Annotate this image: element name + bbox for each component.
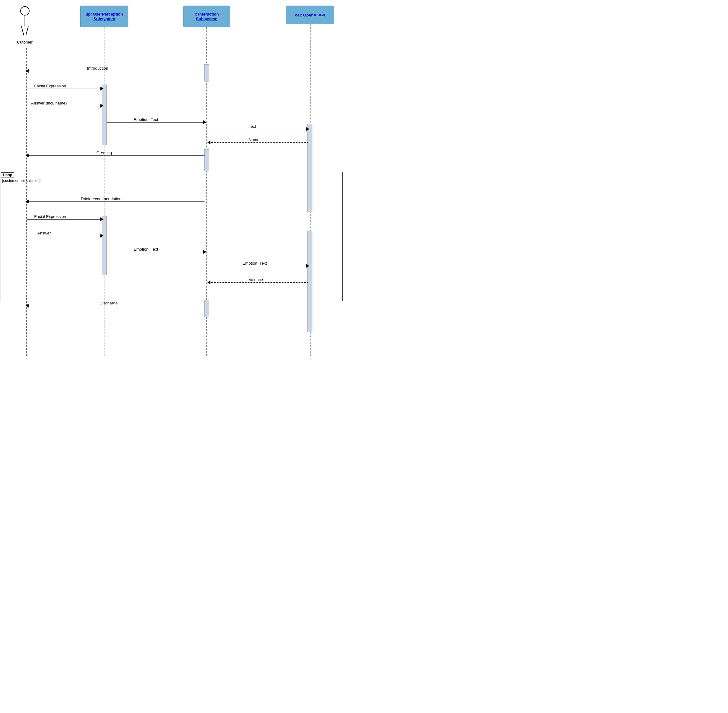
msg-facial2: Facial Expression — [34, 214, 66, 219]
msg-text1: Text — [249, 124, 256, 129]
actor-up-label: up: UserPerceptionSubsystem — [86, 12, 123, 21]
oai-link[interactable]: oai: OpenAI API — [295, 13, 326, 17]
arrow-valence — [209, 282, 308, 283]
arrow-drinkrec — [27, 201, 204, 202]
actor-head — [20, 6, 30, 16]
arrow-answer1 — [27, 106, 102, 106]
msg-greeting: Greeting — [96, 151, 112, 155]
msg-discharge: Discharge — [100, 301, 118, 305]
arrowhead-answer2 — [100, 234, 104, 237]
msg-facial1: Facial Expression — [34, 84, 66, 88]
arrowhead-intro — [25, 69, 28, 73]
arrowhead-greeting — [25, 154, 28, 157]
actor-i-label: i: InteractionSubsystem — [195, 12, 219, 21]
arrowhead-emotext2 — [203, 250, 206, 254]
diagram: Cutomer up: UserPerceptionSubsystem i: I… — [0, 0, 364, 356]
msg-answer1: Answer (incl. name) — [31, 101, 67, 105]
arrowhead-valence — [207, 280, 210, 284]
actor-customer: Cutomer — [17, 6, 33, 45]
arrow-facial2 — [27, 219, 102, 219]
arrow-name1 — [209, 142, 308, 143]
activation-oai-1 — [307, 124, 313, 212]
arrow-emotext1 — [107, 122, 205, 122]
arrow-answer2 — [27, 236, 102, 236]
arrow-intro — [27, 71, 204, 71]
arrowhead-emotext3 — [306, 264, 309, 268]
msg-intro: Introduction — [87, 66, 108, 70]
i-link[interactable]: i: InteractionSubsystem — [195, 12, 219, 21]
up-link[interactable]: up: UserPerceptionSubsystem — [86, 12, 123, 21]
actor-customer-label: Cutomer — [17, 40, 33, 45]
arrow-greeting — [27, 155, 204, 156]
activation-i-discharge — [204, 300, 209, 317]
arrowhead-name1 — [207, 140, 210, 144]
actor-i: i: InteractionSubsystem — [183, 6, 230, 27]
arrowhead-facial2 — [100, 217, 104, 221]
actor-oai: oai: OpenAI API — [286, 6, 334, 24]
msg-name1: Name — [249, 137, 259, 142]
activation-up-1 — [102, 85, 107, 145]
arrowhead-discharge — [25, 304, 28, 307]
arrowhead-answer1 — [100, 104, 104, 107]
msg-drinkrec: Drink recommendation — [81, 197, 122, 201]
loop-frame: Loop [customer not satisfied] — [1, 172, 342, 301]
arrowhead-text1 — [306, 127, 309, 131]
activation-oai-2 — [307, 231, 313, 332]
msg-emotext1: Emotion, Text — [134, 117, 158, 122]
arrowhead-facial1 — [100, 87, 104, 91]
msg-emotext3: Emotion, Text — [243, 261, 267, 266]
loop-condition: [customer not satisfied] — [2, 179, 40, 183]
arrow-emotext3 — [209, 266, 308, 266]
arrow-discharge — [27, 306, 204, 306]
arrowhead-emotext1 — [203, 120, 206, 124]
msg-answer2: Answer — [37, 231, 51, 236]
arrowhead-drinkrec — [25, 200, 28, 203]
activation-i-intro — [204, 64, 209, 82]
loop-tag: Loop — [1, 172, 14, 178]
actor-up: up: UserPerceptionSubsystem — [80, 6, 128, 27]
activation-up-2 — [102, 216, 107, 275]
msg-valence: Valence — [249, 277, 263, 282]
actor-oai-label: oai: OpenAI API — [295, 13, 326, 17]
msg-emotext2: Emotion, Text — [134, 247, 158, 252]
activation-i-greeting — [204, 149, 209, 171]
